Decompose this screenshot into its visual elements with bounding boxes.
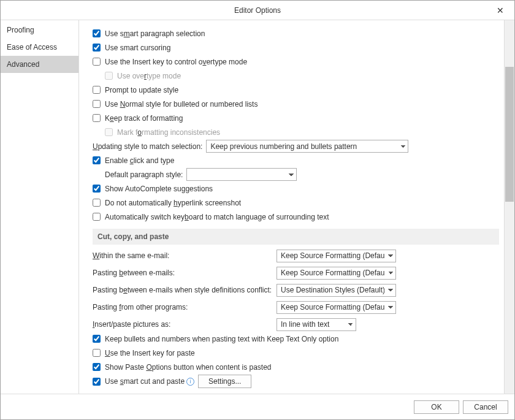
- content-wrap: Use smart paragraph selection Use smart …: [79, 20, 514, 394]
- opt-autocomplete[interactable]: Show AutoComplete suggestions: [93, 185, 213, 193]
- opt-smart-paragraph[interactable]: Use smart paragraph selection: [93, 29, 205, 38]
- opt-smart-cursoring[interactable]: Use smart cursoring: [93, 44, 170, 52]
- opt-prompt-update-style[interactable]: Prompt to update style: [93, 86, 178, 94]
- window-title: Editor Options: [234, 6, 281, 15]
- chk-keep-bullets[interactable]: [93, 335, 101, 343]
- chk-no-auto-hyperlink[interactable]: [93, 199, 101, 207]
- lbl-paste-other: Pasting from other programs:: [93, 303, 188, 311]
- chk-smart-paragraph[interactable]: [93, 29, 101, 37]
- opt-mark-inconsistencies: Mark formatting inconsistencies: [105, 128, 220, 137]
- opt-no-auto-hyperlink[interactable]: Do not automatically hyperlink screensho…: [93, 199, 241, 207]
- opt-insert-overtype[interactable]: Use the Insert key to control overtype m…: [93, 58, 247, 66]
- lbl-paste-conflict: Pasting between e-mails when style defin…: [93, 286, 272, 294]
- chk-click-and-type[interactable]: [93, 156, 101, 164]
- scrollbar-thumb[interactable]: [505, 67, 514, 202]
- chk-smart-cursoring[interactable]: [93, 44, 101, 52]
- opt-click-and-type[interactable]: Enable click and type: [93, 156, 174, 165]
- title-bar: Editor Options ✕: [1, 1, 514, 20]
- lbl-default-para-style: Default paragraph style:: [105, 170, 183, 179]
- chk-auto-switch-keyboard[interactable]: [93, 213, 101, 221]
- nav-item-proofing[interactable]: Proofing: [1, 21, 78, 39]
- vertical-scrollbar[interactable]: [504, 20, 514, 394]
- sel-paste-other[interactable]: Keep Source Formatting (Default): [277, 301, 396, 314]
- close-button[interactable]: ✕: [486, 1, 514, 20]
- sel-paste-within[interactable]: Keep Source Formatting (Default): [277, 250, 396, 262]
- chk-overtype-mode: [105, 72, 113, 80]
- ok-button[interactable]: OK: [414, 400, 459, 414]
- chk-mark-inconsistencies: [105, 128, 113, 136]
- opt-keep-bullets[interactable]: Keep bullets and numbers when pasting te…: [93, 335, 338, 343]
- cancel-button[interactable]: Cancel: [463, 400, 508, 414]
- info-icon[interactable]: i: [186, 378, 194, 386]
- nav-sidebar: Proofing Ease of Access Advanced: [1, 20, 79, 394]
- chk-show-paste-options[interactable]: [93, 363, 101, 371]
- opt-show-paste-options[interactable]: Show Paste Options button when content i…: [93, 363, 272, 372]
- lbl-insert-pictures: Insert/paste pictures as:: [93, 320, 170, 329]
- chk-keep-track-formatting[interactable]: [93, 114, 101, 122]
- main-area: Proofing Ease of Access Advanced Use sma…: [1, 20, 514, 394]
- sel-insert-pictures[interactable]: In line with text: [277, 318, 356, 331]
- chk-autocomplete[interactable]: [93, 185, 101, 193]
- opt-normal-style-lists[interactable]: Use Normal style for bulleted or numbere…: [93, 100, 258, 109]
- chk-insert-key-paste[interactable]: [93, 349, 101, 357]
- content-pane: Use smart paragraph selection Use smart …: [79, 20, 504, 394]
- lbl-paste-within: Within the same e-mail:: [93, 251, 169, 260]
- chk-normal-style-lists[interactable]: [93, 100, 101, 108]
- opt-overtype-mode: Use overtype mode: [105, 72, 181, 80]
- sel-paste-conflict[interactable]: Use Destination Styles (Default): [277, 284, 396, 297]
- opt-auto-switch-keyboard[interactable]: Automatically switch keyboard to match l…: [93, 213, 329, 221]
- lbl-updating-style: Updating style to match selection:: [93, 142, 202, 151]
- sel-paste-between[interactable]: Keep Source Formatting (Default): [277, 267, 396, 280]
- section-head-cut-copy-paste: Cut, copy, and paste: [93, 229, 499, 245]
- opt-keep-track-formatting[interactable]: Keep track of formatting: [93, 114, 183, 123]
- dialog-footer: OK Cancel: [1, 394, 514, 419]
- opt-smart-cut-paste[interactable]: Use smart cut and paste: [93, 377, 185, 386]
- nav-item-advanced[interactable]: Advanced: [1, 56, 78, 73]
- chk-smart-cut-paste[interactable]: [93, 378, 101, 386]
- lbl-paste-between: Pasting between e-mails:: [93, 269, 175, 277]
- chk-prompt-update-style[interactable]: [93, 86, 101, 94]
- chk-insert-overtype[interactable]: [93, 58, 101, 66]
- sel-updating-style[interactable]: Keep previous numbering and bullets patt…: [206, 140, 408, 153]
- settings-button[interactable]: Settings...: [198, 375, 251, 388]
- sel-default-para-style[interactable]: [186, 168, 297, 181]
- nav-item-ease-of-access[interactable]: Ease of Access: [1, 39, 78, 56]
- opt-insert-key-paste[interactable]: Use the Insert key for paste: [93, 349, 195, 357]
